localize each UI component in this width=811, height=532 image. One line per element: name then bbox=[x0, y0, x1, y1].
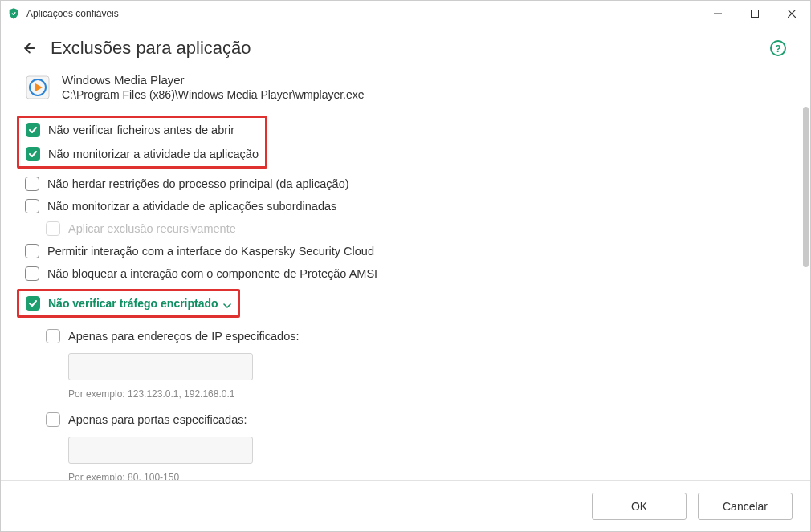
scrollbar-thumb[interactable] bbox=[803, 107, 809, 267]
checkbox-icon[interactable] bbox=[25, 177, 39, 191]
footer: OK Cancelar bbox=[1, 480, 810, 531]
option-no-inherit-restrictions[interactable]: Não herdar restrições do processo princi… bbox=[25, 177, 786, 191]
option-allow-ksc-interface[interactable]: Permitir interação com a interface do Ka… bbox=[25, 244, 786, 258]
titlebar: Aplicações confiáveis bbox=[1, 1, 810, 26]
option-label: Apenas para portas especificadas: bbox=[68, 413, 247, 426]
option-no-scan-encrypted-traffic[interactable]: Não verificar tráfego encriptado bbox=[26, 296, 231, 311]
back-button[interactable] bbox=[18, 39, 38, 58]
svg-rect-1 bbox=[752, 10, 759, 17]
window-title: Aplicações confiáveis bbox=[26, 8, 699, 19]
window-buttons bbox=[699, 1, 810, 26]
window: Aplicações confiáveis Exclusões para apl… bbox=[0, 0, 811, 532]
maximize-button[interactable] bbox=[736, 1, 773, 26]
page-title: Exclusões para aplicação bbox=[51, 38, 770, 59]
encrypted-sub-options: Apenas para endereços de IP especificado… bbox=[46, 329, 786, 480]
option-label: Não monitorizar a atividade da aplicação bbox=[48, 148, 259, 160]
port-input[interactable] bbox=[68, 437, 253, 464]
option-label: Não bloquear a interação com o component… bbox=[47, 267, 377, 280]
option-only-ips[interactable]: Apenas para endereços de IP especificado… bbox=[46, 329, 786, 343]
button-label: Cancelar bbox=[723, 500, 768, 513]
minimize-button[interactable] bbox=[699, 1, 736, 26]
checkbox-icon[interactable] bbox=[26, 123, 40, 137]
option-label: Permitir interação com a interface do Ka… bbox=[47, 245, 374, 258]
highlight-box-top: Não verificar ficheiros antes de abrir N… bbox=[17, 116, 267, 169]
ip-hint: Por exemplo: 123.123.0.1, 192.168.0.1 bbox=[68, 388, 786, 400]
checkbox-icon[interactable] bbox=[46, 329, 60, 343]
option-label: Não monitorizar a atividade de aplicaçõe… bbox=[47, 200, 336, 213]
option-no-monitor-children[interactable]: Não monitorizar a atividade de aplicaçõe… bbox=[25, 199, 786, 213]
checkbox-icon bbox=[46, 221, 60, 236]
checkbox-icon[interactable] bbox=[25, 199, 39, 213]
option-no-monitor-activity[interactable]: Não monitorizar a atividade da aplicação bbox=[26, 147, 259, 161]
expandable-label[interactable]: Não verificar tráfego encriptado bbox=[48, 297, 231, 310]
checkbox-icon[interactable] bbox=[25, 244, 39, 258]
option-label: Aplicar exclusão recursivamente bbox=[68, 222, 236, 235]
chevron-down-icon bbox=[223, 299, 231, 307]
checkbox-icon[interactable] bbox=[25, 266, 39, 281]
content-area: Windows Media Player C:\Program Files (x… bbox=[1, 65, 810, 480]
option-apply-recursive: Aplicar exclusão recursivamente bbox=[46, 221, 786, 236]
option-label: Não verificar tráfego encriptado bbox=[48, 297, 218, 310]
option-label: Apenas para endereços de IP especificado… bbox=[68, 330, 300, 343]
option-label: Não herdar restrições do processo princi… bbox=[47, 177, 349, 190]
option-no-scan-before-open[interactable]: Não verificar ficheiros antes de abrir bbox=[26, 123, 259, 137]
ip-input[interactable] bbox=[68, 353, 253, 380]
help-button[interactable]: ? bbox=[770, 40, 786, 56]
option-label: Não verificar ficheiros antes de abrir bbox=[48, 124, 234, 136]
checkbox-icon[interactable] bbox=[26, 147, 40, 161]
page-header: Exclusões para aplicação ? bbox=[1, 26, 810, 65]
app-name: Windows Media Player bbox=[62, 73, 365, 87]
cancel-button[interactable]: Cancelar bbox=[698, 493, 793, 520]
highlight-box-encrypted: Não verificar tráfego encriptado bbox=[17, 289, 240, 318]
media-player-icon bbox=[25, 75, 51, 100]
button-label: OK bbox=[631, 500, 647, 513]
checkbox-icon[interactable] bbox=[46, 412, 60, 427]
app-path: C:\Program Files (x86)\Windows Media Pla… bbox=[62, 88, 365, 101]
checkbox-icon[interactable] bbox=[26, 296, 40, 311]
close-button[interactable] bbox=[773, 1, 810, 26]
port-hint: Por exemplo: 80, 100-150 bbox=[68, 472, 786, 480]
option-no-block-amsi[interactable]: Não bloquear a interação com o component… bbox=[25, 266, 786, 281]
app-info: Windows Media Player C:\Program Files (x… bbox=[25, 73, 786, 101]
ok-button[interactable]: OK bbox=[592, 493, 687, 520]
shield-icon bbox=[7, 7, 20, 20]
option-only-ports[interactable]: Apenas para portas especificadas: bbox=[46, 412, 786, 427]
